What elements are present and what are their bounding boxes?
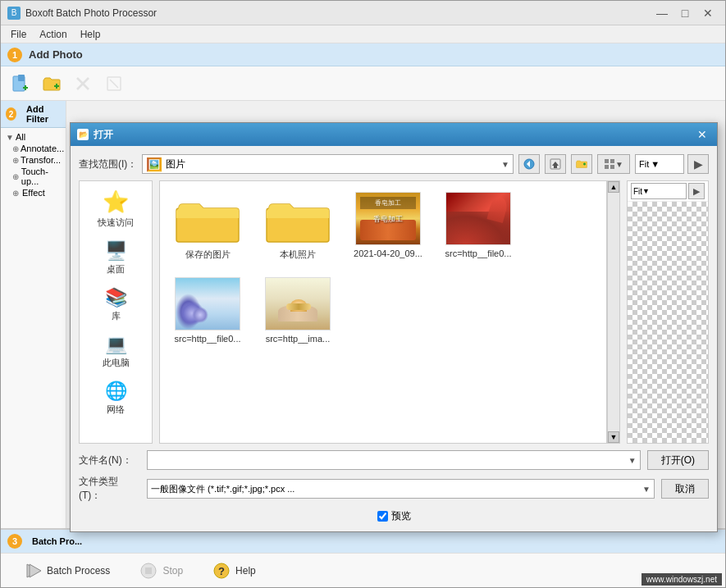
filename-dropdown-arrow: ▼ bbox=[628, 456, 637, 465]
filename-input-wrap[interactable]: ▼ bbox=[147, 450, 641, 470]
svg-line-9 bbox=[110, 80, 118, 88]
filter-tree-effect[interactable]: ⊕ Effect bbox=[11, 187, 62, 198]
photo-toolbar bbox=[1, 66, 725, 101]
batch-process-button[interactable]: Batch Process bbox=[17, 558, 116, 583]
nav-back-button[interactable] bbox=[518, 154, 540, 174]
svg-marker-11 bbox=[30, 564, 41, 577]
clear-icon bbox=[105, 75, 123, 93]
section-number-2: 2 bbox=[6, 107, 16, 121]
add-file-icon bbox=[11, 75, 30, 93]
shortcut-computer[interactable]: 💻 此电脑 bbox=[84, 330, 147, 372]
delete-button[interactable] bbox=[68, 70, 98, 98]
library-label: 库 bbox=[112, 310, 121, 322]
scroll-up-button[interactable]: ▲ bbox=[608, 181, 619, 193]
quick-access-icon: ⭐ bbox=[103, 189, 129, 215]
search-label: 查找范围(I)： bbox=[79, 157, 137, 171]
fit-label: Fit bbox=[639, 159, 649, 169]
file-item-image4[interactable]: src=http__ima... bbox=[257, 273, 339, 348]
svg-rect-23 bbox=[605, 159, 609, 163]
filename-input[interactable] bbox=[151, 454, 628, 466]
menu-help[interactable]: Help bbox=[74, 27, 107, 42]
batch-toolbar: Batch Process Stop ? Help bbox=[1, 553, 725, 587]
file-grid-scrollbar[interactable]: ▲ ▼ bbox=[607, 180, 620, 444]
batch-process-section: 3 Batch Pro... Batch Process Stop bbox=[1, 529, 725, 587]
nav-up-button[interactable] bbox=[545, 154, 566, 174]
view-button[interactable]: ▼ bbox=[597, 154, 630, 174]
app-title: Boxoft Batch Photo Processor bbox=[25, 7, 651, 19]
filetype-row: 文件类型(T)： 一般图像文件 (*.tif;*.gif;*.jpg;*.pcx… bbox=[79, 475, 709, 503]
file-item-local-photos[interactable]: 本机照片 bbox=[257, 188, 339, 265]
minimize-button[interactable]: — bbox=[651, 5, 673, 21]
file-item-saved-photos[interactable]: 保存的图片 bbox=[167, 188, 249, 265]
help-button[interactable]: ? Help bbox=[206, 558, 263, 583]
search-row: 查找范围(I)： 🖼️ 图片 ▼ bbox=[79, 154, 709, 174]
network-label: 网络 bbox=[107, 403, 125, 416]
clear-button[interactable] bbox=[99, 70, 129, 98]
menu-action[interactable]: Action bbox=[33, 27, 73, 42]
network-icon: 🌐 bbox=[105, 381, 127, 402]
add-filter-title: Add Filter bbox=[26, 104, 61, 124]
folder-icon-1 bbox=[175, 192, 240, 245]
filetype-select-text: 一般图像文件 (*.tif;*.gif;*.jpg;*.pcx ... bbox=[151, 483, 642, 495]
stop-button[interactable]: Stop bbox=[133, 558, 189, 583]
add-folder-button[interactable] bbox=[37, 70, 66, 98]
menu-file[interactable]: File bbox=[4, 27, 33, 42]
dialog-close-button[interactable]: ✕ bbox=[694, 127, 710, 142]
file-label-4: src=http__file0... bbox=[445, 248, 511, 258]
file-thumb-2 bbox=[445, 192, 511, 245]
preview-checkbox-label[interactable]: 预览 bbox=[377, 509, 411, 523]
file-label-3: 2021-04-20_09... bbox=[354, 248, 422, 258]
nav-back-icon bbox=[523, 158, 535, 170]
svg-rect-1 bbox=[18, 75, 25, 81]
fit-dropdown[interactable]: Fit ▼ bbox=[635, 154, 684, 174]
dialog-form: 文件名(N)： ▼ 打开(O) 文件类型(T)： 一般图像文件 (*.tif;*… bbox=[79, 450, 709, 503]
file-label-6: src=http__ima... bbox=[266, 334, 331, 344]
file-item-image2[interactable]: src=http__file0... bbox=[437, 188, 519, 265]
cancel-button[interactable]: 取消 bbox=[661, 479, 709, 499]
preview-expand-button[interactable]: ▶ bbox=[688, 183, 705, 199]
nav-up-icon bbox=[550, 158, 561, 170]
add-folder-icon bbox=[43, 75, 61, 93]
preview-controls: Fit ▼ ▶ bbox=[635, 154, 709, 174]
file-grid-wrap: 保存的图片 bbox=[159, 180, 620, 444]
filetype-select[interactable]: 一般图像文件 (*.tif;*.gif;*.jpg;*.pcx ... ▼ bbox=[147, 479, 655, 499]
new-folder-button[interactable] bbox=[571, 154, 592, 174]
dialog-body: 查找范围(I)： 🖼️ 图片 ▼ bbox=[71, 146, 717, 531]
filter-tree-touchup[interactable]: ⊕ Touch-up... bbox=[11, 166, 62, 187]
file-item-image3[interactable]: src=http__file0... bbox=[167, 273, 249, 348]
file-thumb-4 bbox=[265, 277, 331, 330]
filter-tree-all[interactable]: ▼ All bbox=[4, 131, 62, 143]
close-window-button[interactable]: ✕ bbox=[697, 5, 719, 21]
shortcut-library[interactable]: 📚 库 bbox=[84, 284, 147, 326]
search-dropdown-arrow: ▼ bbox=[501, 160, 509, 169]
scroll-down-button[interactable]: ▼ bbox=[608, 431, 619, 443]
shortcut-quick-access[interactable]: ⭐ 快速访问 bbox=[84, 186, 147, 232]
filetype-label: 文件类型(T)： bbox=[79, 475, 140, 503]
shortcut-desktop[interactable]: 🖥️ 桌面 bbox=[84, 237, 147, 279]
main-window: B Boxoft Batch Photo Processor — □ ✕ Fil… bbox=[0, 0, 726, 588]
preview-fit-select[interactable]: Fit ▼ bbox=[631, 183, 687, 199]
library-icon: 📚 bbox=[105, 287, 127, 308]
svg-text:?: ? bbox=[218, 565, 225, 577]
help-icon: ? bbox=[212, 562, 231, 580]
open-button[interactable]: 打开(O) bbox=[647, 450, 709, 470]
preview-nav-button[interactable]: ▶ bbox=[687, 154, 709, 174]
shortcut-network[interactable]: 🌐 网络 bbox=[84, 377, 147, 419]
file-grid-container[interactable]: 保存的图片 bbox=[159, 180, 607, 444]
maximize-button[interactable]: □ bbox=[674, 5, 696, 21]
preview-checkbox[interactable] bbox=[377, 511, 388, 522]
search-select-text: 图片 bbox=[166, 157, 501, 171]
filter-tree-transform[interactable]: ⊕ Transfor... bbox=[11, 154, 62, 166]
file-label-2: 本机照片 bbox=[280, 248, 316, 261]
dialog-title-bar: 📂 打开 ✕ bbox=[71, 123, 717, 146]
batch-process-header: 3 Batch Pro... bbox=[1, 530, 725, 553]
file-thumb-3 bbox=[175, 277, 240, 330]
desktop-icon: 🖥️ bbox=[105, 240, 127, 262]
add-file-button[interactable] bbox=[6, 70, 35, 98]
search-select[interactable]: 🖼️ 图片 ▼ bbox=[142, 154, 514, 174]
quick-access-label: 快速访问 bbox=[98, 217, 134, 229]
file-label-1: 保存的图片 bbox=[185, 248, 231, 261]
file-item-image1[interactable]: 香皂加工 2021-04-20_09... bbox=[347, 188, 429, 265]
filename-label: 文件名(N)： bbox=[79, 454, 140, 467]
filter-tree-annotate[interactable]: ⊕ Annotate... bbox=[11, 143, 62, 154]
